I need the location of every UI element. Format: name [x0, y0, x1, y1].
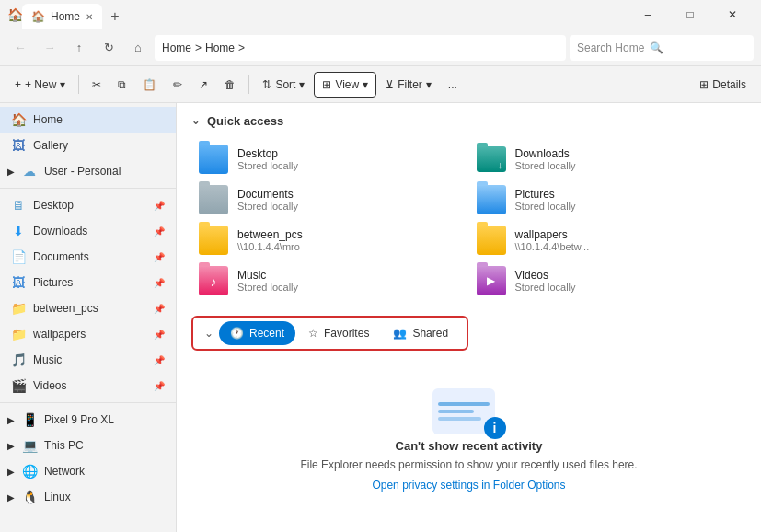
privacy-settings-link[interactable]: Open privacy settings in Folder Options: [372, 479, 565, 492]
sidebar-divider-1: [0, 188, 176, 189]
home-nav-button[interactable]: ⌂: [125, 35, 151, 61]
breadcrumb-sep2: >: [238, 41, 245, 54]
qa-item-pictures[interactable]: Pictures Stored locally: [469, 179, 747, 220]
sidebar-label-user-personal: User - Personal: [44, 165, 121, 178]
linux-expand-icon: ▶: [7, 492, 15, 503]
qa-downloads-info: Downloads Stored locally: [515, 147, 576, 171]
copy-button[interactable]: ⧉: [110, 72, 133, 98]
documents-icon: 📄: [11, 249, 26, 264]
sort-button[interactable]: ⇅ Sort ▾: [255, 72, 312, 98]
sidebar-item-gallery[interactable]: 🖼 Gallery: [0, 133, 176, 158]
sidebar-label-desktop: Desktop: [33, 199, 74, 212]
main-area: 🏠 Home 🖼 Gallery ▶ ☁ User - Personal 🖥 D…: [0, 103, 761, 532]
qa-item-between-pcs[interactable]: between_pcs \\10.1.4.4\mro: [191, 220, 469, 260]
video-play-icon: ▶: [487, 274, 495, 287]
tab-close-button[interactable]: ✕: [86, 12, 93, 22]
sidebar-expand-network[interactable]: ▶: [4, 458, 18, 484]
delete-button[interactable]: 🗑: [217, 72, 243, 98]
sidebar-item-between-pcs[interactable]: 📁 between_pcs 📌: [0, 295, 176, 321]
details-label: Details: [712, 78, 746, 91]
between-pcs-icon: 📁: [11, 301, 26, 316]
sidebar-expand-pixel[interactable]: ▶: [4, 407, 18, 433]
qa-item-videos[interactable]: ▶ Videos Stored locally: [469, 260, 747, 301]
details-button[interactable]: ⊞ Details: [692, 72, 754, 98]
qa-downloads-name: Downloads: [515, 147, 576, 160]
forward-button[interactable]: →: [37, 35, 63, 61]
search-icon: 🔍: [650, 41, 663, 54]
sidebar-item-pictures[interactable]: 🖼 Pictures 📌: [0, 270, 176, 295]
quick-access-grid: Desktop Stored locally ↓ Downloads Store…: [191, 139, 746, 301]
more-button[interactable]: ...: [441, 72, 465, 98]
sidebar-label-home: Home: [33, 113, 63, 126]
search-box[interactable]: Search Home 🔍: [570, 35, 754, 61]
qa-item-downloads[interactable]: ↓ Downloads Stored locally: [469, 139, 747, 179]
copy-icon: ⧉: [118, 78, 126, 91]
share-button[interactable]: ↗: [191, 72, 215, 98]
back-button[interactable]: ←: [7, 35, 33, 61]
sidebar-item-videos[interactable]: 🎬 Videos 📌: [0, 373, 176, 399]
sidebar-expand-this-pc[interactable]: ▶: [4, 433, 18, 458]
sidebar-label-wallpapers: wallpapers: [33, 328, 86, 341]
quick-access-chevron[interactable]: ⌄: [191, 115, 200, 127]
up-button[interactable]: ↑: [66, 35, 92, 61]
folder-wallpapers-icon: [477, 226, 506, 255]
pin-icon-between-pcs: 📌: [154, 304, 165, 314]
sidebar-label-this-pc: This PC: [44, 439, 84, 452]
window-controls: – □ ✕: [627, 0, 754, 29]
qa-documents-sub: Stored locally: [237, 201, 298, 212]
sidebar-expand-user[interactable]: ▶: [4, 158, 18, 184]
folder-desktop-icon: [199, 145, 228, 174]
info-line-1: [438, 402, 490, 406]
new-tab-button[interactable]: +: [102, 4, 128, 29]
qa-item-music[interactable]: ♪ Music Stored locally: [191, 260, 469, 301]
active-tab[interactable]: 🏠 Home ✕: [22, 4, 102, 29]
qa-item-wallpapers[interactable]: wallpapers \\10.1.4.4\betw...: [469, 220, 747, 260]
sidebar-item-pixel[interactable]: 📱 Pixel 9 Pro XL: [18, 407, 176, 433]
sidebar-item-home[interactable]: 🏠 Home: [0, 107, 176, 133]
qa-downloads-sub: Stored locally: [515, 160, 576, 171]
info-line-3: [438, 417, 482, 421]
sidebar-item-documents[interactable]: 📄 Documents 📌: [0, 244, 176, 270]
tab-recent[interactable]: 🕐 Recent: [219, 321, 295, 345]
gallery-icon: 🖼: [11, 138, 26, 153]
pin-icon-music: 📌: [154, 355, 165, 365]
sidebar-item-network[interactable]: 🌐 Network: [18, 458, 176, 484]
sidebar-expand-linux[interactable]: ▶: [4, 484, 18, 510]
tabs-collapse-button[interactable]: ⌄: [201, 323, 217, 343]
sidebar-item-desktop[interactable]: 🖥 Desktop 📌: [0, 192, 176, 218]
qa-between-pcs-info: between_pcs \\10.1.4.4\mro: [237, 228, 303, 252]
qa-item-desktop[interactable]: Desktop Stored locally: [191, 139, 469, 179]
qa-item-documents[interactable]: Documents Stored locally: [191, 179, 469, 220]
sidebar-item-downloads[interactable]: ⬇ Downloads 📌: [0, 218, 176, 244]
rename-button[interactable]: ✏: [166, 72, 190, 98]
sidebar-item-user-personal[interactable]: ☁ User - Personal: [18, 158, 176, 184]
view-button[interactable]: ⊞ View ▾: [314, 72, 376, 98]
sort-dropdown-icon: ▾: [299, 78, 305, 91]
sidebar-item-this-pc[interactable]: 💻 This PC: [18, 433, 176, 458]
sidebar-divider-2: [0, 402, 176, 403]
recent-clock-icon: 🕐: [230, 327, 244, 340]
minimize-button[interactable]: –: [627, 0, 669, 29]
folder-music-icon: ♪: [199, 266, 228, 295]
qa-wallpapers-info: wallpapers \\10.1.4.4\betw...: [515, 228, 590, 252]
folder-videos-icon: ▶: [477, 266, 506, 295]
content-tabs: ⌄ 🕐 Recent ☆ Favorites 👥 Shared: [191, 316, 468, 351]
sidebar-item-wallpapers[interactable]: 📁 wallpapers 📌: [0, 321, 176, 347]
new-button[interactable]: + + New ▾: [7, 72, 73, 98]
sidebar-item-music[interactable]: 🎵 Music 📌: [0, 347, 176, 373]
tab-label: Home: [51, 10, 80, 23]
empty-state-title: Can't show recent activity: [396, 439, 543, 453]
refresh-button[interactable]: ↻: [96, 35, 121, 61]
close-button[interactable]: ✕: [711, 0, 754, 29]
cut-button[interactable]: ✂: [85, 72, 109, 98]
paste-button[interactable]: 📋: [135, 72, 164, 98]
filter-button[interactable]: ⊻ Filter ▾: [378, 72, 439, 98]
sidebar-item-linux[interactable]: 🐧 Linux: [18, 484, 176, 510]
tab-shared[interactable]: 👥 Shared: [382, 321, 459, 345]
filter-dropdown-icon: ▾: [426, 78, 432, 91]
maximize-button[interactable]: □: [669, 0, 711, 29]
breadcrumb[interactable]: Home > Home >: [155, 35, 566, 61]
favorites-star-icon: ☆: [308, 327, 318, 340]
tab-favorites[interactable]: ☆ Favorites: [297, 321, 380, 345]
pin-icon-downloads: 📌: [154, 226, 165, 237]
